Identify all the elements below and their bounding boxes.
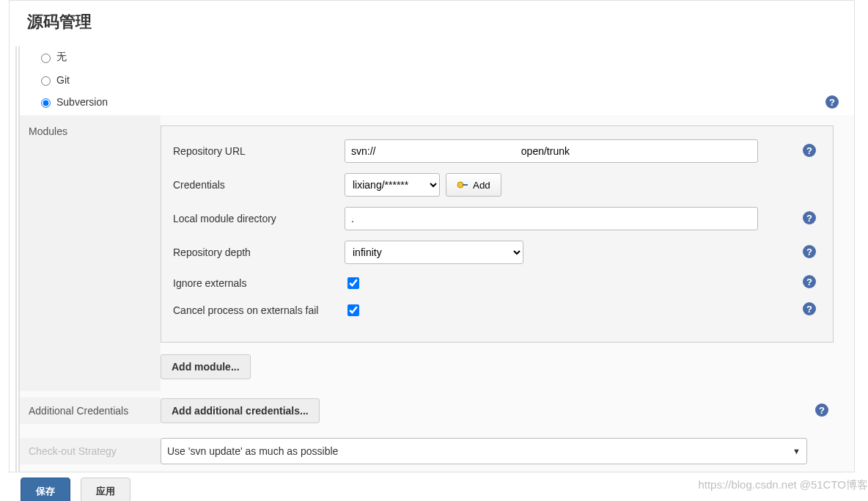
svg-text:?: ? (829, 97, 835, 108)
credentials-label: Credentials (173, 179, 345, 191)
help-icon[interactable]: ? (802, 211, 817, 225)
modules-label: Modules (20, 115, 161, 391)
svg-text:?: ? (806, 246, 812, 257)
key-icon (457, 180, 468, 190)
svg-text:?: ? (819, 405, 825, 416)
repo-url-input[interactable] (345, 139, 758, 163)
svg-text:?: ? (806, 277, 812, 288)
scm-label-git: Git (56, 74, 70, 86)
scm-option-none-row[interactable]: 无 (20, 46, 854, 70)
add-additional-credentials-button[interactable]: Add additional credentials... (161, 398, 320, 423)
checkout-strategy-select[interactable]: Use 'svn update' as much as possible ▼ (161, 438, 807, 464)
scm-option-svn-row[interactable]: Subversion ? (20, 92, 854, 115)
watermark-csdn: https://blog.csdn.net@51CTO博客 (698, 478, 868, 492)
ignore-externals-label: Ignore externals (173, 277, 345, 289)
repo-depth-select[interactable]: infinity (345, 241, 523, 264)
repo-depth-label: Repository depth (173, 246, 345, 258)
help-icon[interactable]: ? (802, 301, 817, 316)
ignore-externals-checkbox[interactable] (347, 277, 359, 289)
scm-radio-svn[interactable] (41, 98, 51, 108)
local-dir-label: Local module directory (173, 213, 345, 224)
additional-credentials-label: Additional Credentials (20, 398, 161, 424)
chevron-down-icon: ▼ (792, 447, 801, 456)
add-credentials-button[interactable]: Add (446, 173, 501, 197)
cancel-externals-checkbox[interactable] (347, 304, 359, 316)
scm-label-none: 无 (56, 51, 67, 64)
apply-button[interactable]: 应用 (81, 478, 130, 501)
svg-text:?: ? (806, 213, 812, 224)
svg-point-4 (457, 182, 463, 188)
local-dir-input[interactable] (345, 207, 758, 230)
checkout-strategy-label: Check-out Strategy (20, 438, 161, 464)
help-icon[interactable]: ? (802, 274, 817, 289)
svg-rect-5 (463, 184, 468, 186)
scm-option-git-row[interactable]: Git (20, 70, 854, 92)
scm-label-svn: Subversion (56, 96, 108, 108)
cancel-externals-label: Cancel process on externals fail (173, 304, 345, 316)
scm-radio-none[interactable] (41, 54, 51, 63)
module-panel: Repository URL ? Credentials lixiang/***… (161, 125, 834, 343)
svg-text:?: ? (806, 304, 812, 315)
repo-url-label: Repository URL (173, 145, 345, 157)
section-title: 源码管理 (10, 1, 854, 46)
scm-radio-git[interactable] (41, 76, 51, 86)
add-module-button[interactable]: Add module... (161, 354, 251, 379)
save-button[interactable]: 保存 (21, 478, 70, 501)
help-icon[interactable]: ? (825, 95, 839, 109)
help-icon[interactable]: ? (814, 403, 829, 417)
svg-text:?: ? (806, 145, 812, 156)
help-icon[interactable]: ? (802, 143, 817, 158)
help-icon[interactable]: ? (802, 244, 817, 259)
credentials-select[interactable]: lixiang/****** (345, 173, 440, 197)
